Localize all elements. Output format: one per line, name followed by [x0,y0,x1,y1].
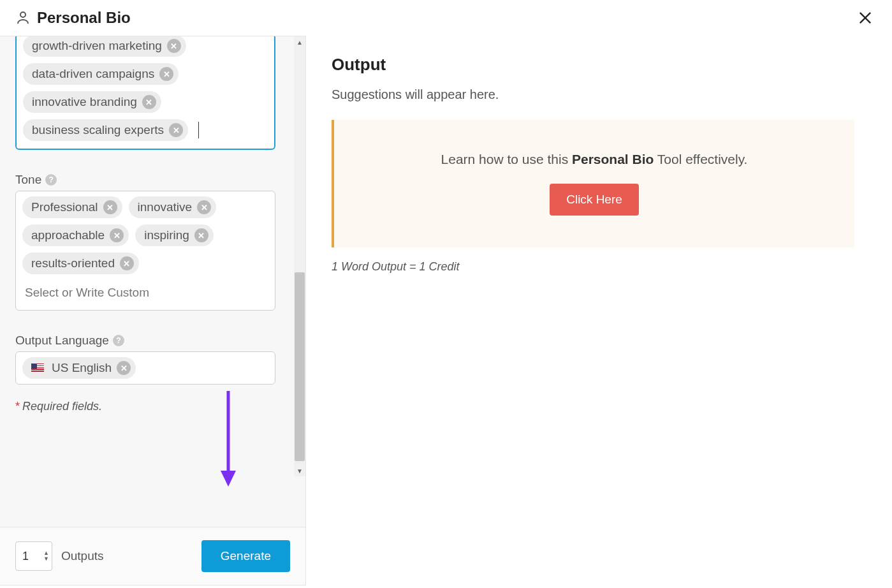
pill-label: Professional [31,200,98,214]
tone-custom-input[interactable] [22,281,268,302]
keywords-input[interactable]: growth-driven marketing ✕ data-driven ca… [15,36,275,150]
required-note-text: Required fields. [22,400,102,413]
outputs-control: 1 ▲ ▼ Outputs [15,541,104,571]
tip-suffix: Tool effectively. [654,152,747,166]
required-note: *Required fields. [15,400,290,413]
remove-icon[interactable]: ✕ [103,200,117,214]
pill-label: data-driven campaigns [32,67,154,81]
remove-icon[interactable]: ✕ [159,67,173,81]
pill-label: US English [52,361,112,375]
language-pill: US English ✕ [22,357,136,379]
person-icon [15,10,31,26]
bottom-bar: 1 ▲ ▼ Outputs Generate [0,527,305,585]
remove-icon[interactable]: ✕ [169,123,183,137]
pill-label: inspiring [144,228,189,242]
credit-note: 1 Word Output = 1 Credit [332,260,866,274]
tone-input[interactable]: Professional ✕ innovative ✕ approachable… [15,191,275,311]
header: Personal Bio [0,0,892,36]
remove-icon[interactable]: ✕ [197,200,211,214]
outputs-stepper[interactable]: 1 ▲ ▼ [15,541,52,571]
remove-icon[interactable]: ✕ [110,228,124,242]
output-title: Output [332,55,866,75]
keyword-pill: data-driven campaigns ✕ [23,63,179,85]
close-button[interactable] [856,9,874,29]
svg-point-0 [20,12,26,17]
pill-label: business scaling experts [32,123,164,137]
scrollbar-thumb[interactable] [295,272,305,461]
keyword-pill: innovative branding ✕ [23,91,161,113]
suggestions-placeholder: Suggestions will appear here. [332,87,866,102]
pill-label: growth-driven marketing [32,39,162,53]
scroll-down-icon[interactable]: ▼ [294,465,305,476]
pill-label: innovative branding [32,95,137,109]
pill-label: results-oriented [31,256,115,270]
remove-icon[interactable]: ✕ [120,256,134,270]
language-label-text: Output Language [15,334,109,348]
pill-label: innovative [138,200,193,214]
form-scroll-area: growth-driven marketing ✕ data-driven ca… [0,36,305,527]
help-icon[interactable]: ? [113,335,124,346]
tone-pill: approachable ✕ [22,224,129,246]
outputs-label: Outputs [61,549,104,563]
outputs-value: 1 [22,550,29,563]
step-down-icon[interactable]: ▼ [43,556,49,562]
keyword-pill: growth-driven marketing ✕ [23,36,186,57]
right-panel: Output Suggestions will appear here. Lea… [306,36,892,585]
pill-label: approachable [31,228,105,242]
scroll-up-icon[interactable]: ▲ [294,36,305,48]
remove-icon[interactable]: ✕ [194,228,208,242]
tone-label: Tone ? [15,173,290,187]
keyword-pill: business scaling experts ✕ [23,119,188,141]
language-input[interactable]: US English ✕ [15,351,275,385]
stepper-arrows[interactable]: ▲ ▼ [43,550,49,562]
tone-pill: innovative ✕ [129,196,217,218]
tip-text: Learn how to use this Personal Bio Tool … [353,152,835,167]
generate-button[interactable]: Generate [201,540,290,572]
help-icon[interactable]: ? [45,174,57,186]
close-icon [856,9,874,27]
tip-prefix: Learn how to use this [441,152,572,166]
tone-pill: Professional ✕ [22,196,122,218]
tip-box: Learn how to use this Personal Bio Tool … [332,120,854,247]
text-cursor [198,122,199,138]
svg-marker-4 [221,471,236,487]
remove-icon[interactable]: ✕ [167,39,181,53]
click-here-button[interactable]: Click Here [550,184,639,216]
remove-icon[interactable]: ✕ [117,361,131,375]
tip-bold: Personal Bio [572,152,654,166]
us-flag-icon [31,364,44,372]
language-label: Output Language ? [15,334,290,348]
tone-pill: results-oriented ✕ [22,253,139,274]
tone-pill: inspiring ✕ [135,224,214,246]
scrollbar[interactable]: ▲ ▼ [294,36,305,476]
page-title: Personal Bio [37,9,131,27]
main: growth-driven marketing ✕ data-driven ca… [0,36,892,585]
remove-icon[interactable]: ✕ [142,95,156,109]
tone-label-text: Tone [15,173,41,187]
left-panel: growth-driven marketing ✕ data-driven ca… [0,36,306,585]
